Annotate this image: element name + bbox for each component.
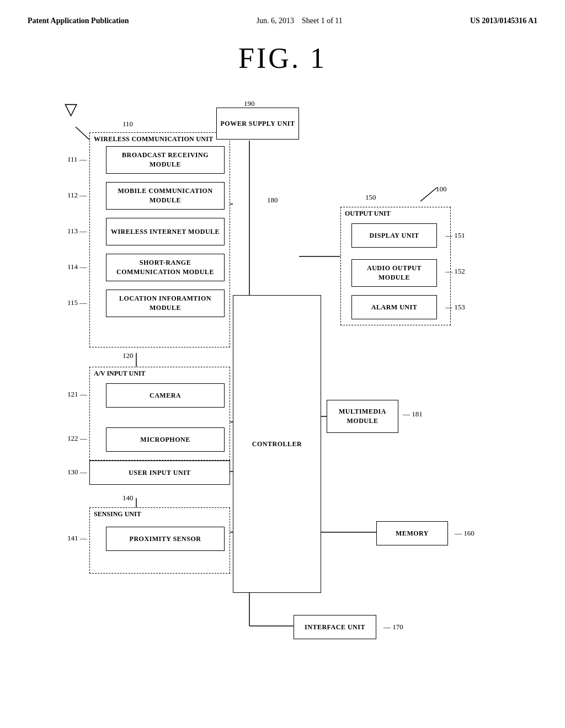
controller-box: CONTROLLER	[233, 295, 321, 593]
label-190: 190	[244, 99, 255, 108]
label-170: — 170	[383, 623, 403, 631]
user-input-unit-box: USER INPUT UNIT	[89, 461, 230, 485]
mobile-comm-box: MOBILE COMMUNICATION MODULE	[106, 182, 225, 210]
label-153: — 153	[445, 303, 465, 312]
interface-unit-box: INTERFACE UNIT	[294, 615, 376, 639]
multimedia-module-box: MULTIMEDIA MODULE	[327, 400, 398, 433]
svg-line-25	[420, 188, 437, 201]
label-112: 112 —	[67, 191, 87, 200]
alarm-unit-box: ALARM UNIT	[351, 295, 437, 319]
display-unit-box: DISPLAY UNIT	[351, 223, 437, 248]
label-115: 115 —	[67, 298, 87, 307]
wireless-internet-box: WIRELESS INTERNET MODULE	[106, 218, 225, 245]
label-141: 141 —	[67, 534, 87, 543]
page-header: Patent Application Publication Jun. 6, 2…	[28, 17, 537, 25]
label-114: 114 —	[67, 263, 87, 271]
memory-box: MEMORY	[376, 521, 448, 545]
svg-line-26	[76, 127, 90, 141]
proximity-sensor-box: PROXIMITY SENSOR	[106, 527, 225, 551]
av-input-unit-label: A/V INPUT UNIT	[94, 370, 146, 378]
audio-output-box: AUDIO OUTPUT MODULE	[351, 259, 437, 287]
output-unit-label: OUTPUT UNIT	[345, 210, 391, 218]
short-range-box: SHORT-RANGE COMMUNICATION MODULE	[106, 254, 225, 281]
label-160: — 160	[455, 529, 475, 538]
label-151: — 151	[445, 231, 465, 240]
label-110: 110	[122, 120, 133, 129]
label-100: 100	[436, 185, 447, 194]
diagram: ▽ WIRELESS COMMUNICATION UNIT 110 BROADC…	[34, 97, 531, 676]
label-152: — 152	[445, 267, 465, 276]
broadcast-receiving-box: BROADCAST RECEIVING MODULE	[106, 146, 225, 174]
label-121: 121 —	[67, 390, 87, 399]
power-supply-box: POWER SUPPLY UNIT	[216, 108, 299, 140]
wireless-comm-unit-label: WIRELESS COMMUNICATION UNIT	[94, 135, 214, 143]
header-left: Patent Application Publication	[28, 17, 129, 25]
camera-box: CAMERA	[106, 383, 225, 408]
sensing-unit-label: SENSING UNIT	[94, 510, 141, 518]
label-130: 130 —	[67, 468, 87, 477]
label-140: 140	[122, 494, 134, 502]
label-181: — 181	[403, 410, 423, 419]
microphone-box: MICROPHONE	[106, 427, 225, 452]
label-111: 111 —	[67, 155, 87, 164]
label-120: 120	[122, 351, 134, 360]
header-center: Jun. 6, 2013 Sheet 1 of 11	[257, 17, 343, 25]
label-122: 122 —	[67, 434, 87, 443]
figure-title: FIG. 1	[28, 42, 537, 74]
label-150: 150	[365, 193, 376, 202]
location-info-box: LOCATION INFORAMTION MODULE	[106, 290, 225, 317]
label-180: 180	[267, 196, 278, 205]
header-right: US 2013/0145316 A1	[470, 17, 537, 25]
label-113: 113 —	[67, 227, 87, 235]
antenna-symbol: ▽	[65, 99, 77, 119]
